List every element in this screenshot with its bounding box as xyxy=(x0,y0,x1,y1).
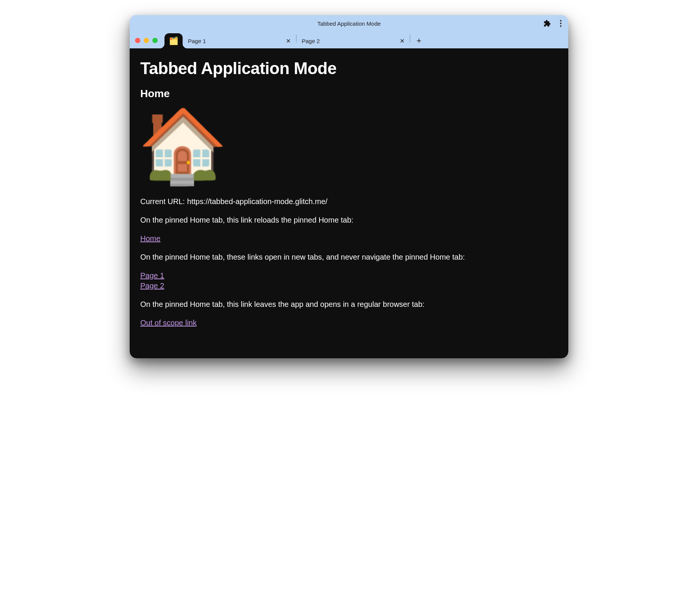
maximize-window-button[interactable] xyxy=(152,38,158,43)
paragraph-newtabs: On the pinned Home tab, these links open… xyxy=(140,252,558,262)
pinned-home-tab[interactable]: 🗂️ xyxy=(164,33,183,48)
tab-separator xyxy=(410,34,410,43)
paragraph-reload: On the pinned Home tab, this link reload… xyxy=(140,215,558,225)
titlebar: Tabbed Application Mode xyxy=(130,15,568,32)
link-page-1[interactable]: Page 1 xyxy=(140,271,558,281)
current-url-value: https://tabbed-application-mode.glitch.m… xyxy=(187,197,327,207)
window-title: Tabbed Application Mode xyxy=(317,20,381,27)
tab-page-2[interactable]: Page 2 ✕ xyxy=(296,33,410,48)
page-subtitle: Home xyxy=(140,88,558,100)
current-url-line: Current URL: https://tabbed-application-… xyxy=(140,197,558,207)
folder-icon: 🗂️ xyxy=(169,36,178,45)
close-window-button[interactable] xyxy=(135,38,140,43)
link-home[interactable]: Home xyxy=(140,234,558,244)
page-content: Tabbed Application Mode Home 🏠 Current U… xyxy=(130,48,568,358)
house-icon: 🏠 xyxy=(138,110,558,181)
tab-label: Page 2 xyxy=(302,38,396,44)
tab-page-1[interactable]: Page 1 ✕ xyxy=(183,33,296,48)
current-url-label: Current URL: xyxy=(140,197,185,207)
link-out-of-scope[interactable]: Out of scope link xyxy=(140,318,558,328)
extensions-icon[interactable] xyxy=(543,20,551,27)
paragraph-outofscope: On the pinned Home tab, this link leaves… xyxy=(140,299,558,310)
close-icon[interactable]: ✕ xyxy=(286,37,291,45)
new-tab-button[interactable]: + xyxy=(413,34,425,47)
menu-icon[interactable] xyxy=(558,19,563,28)
page-title: Tabbed Application Mode xyxy=(140,59,558,78)
plus-icon: + xyxy=(417,36,422,46)
app-window: Tabbed Application Mode 🗂️ Page 1 ✕ Page… xyxy=(130,15,568,358)
titlebar-actions xyxy=(543,15,563,32)
link-page-2[interactable]: Page 2 xyxy=(140,281,558,291)
tab-label: Page 1 xyxy=(188,38,282,44)
minimize-window-button[interactable] xyxy=(144,38,149,43)
close-icon[interactable]: ✕ xyxy=(400,37,405,45)
tabstrip: 🗂️ Page 1 ✕ Page 2 ✕ + xyxy=(130,32,568,48)
window-controls xyxy=(135,38,158,43)
